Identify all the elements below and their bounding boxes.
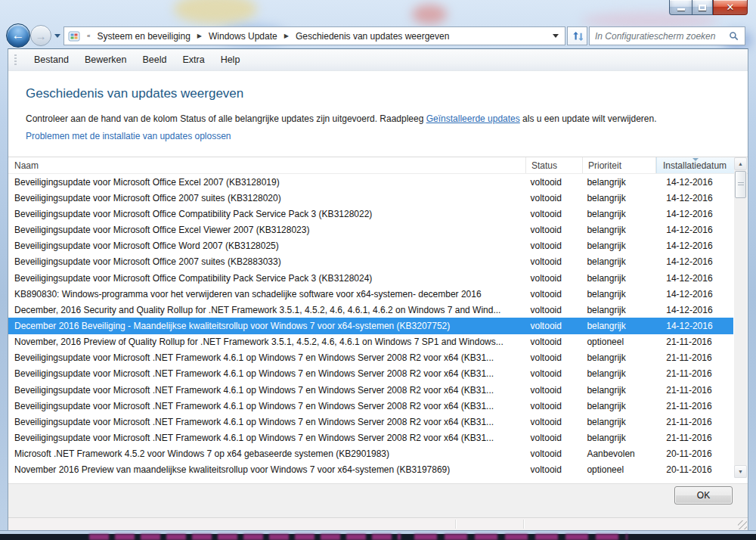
cell-date: 14-12-2016 [655,225,733,235]
table-row[interactable]: Beveiligingsupdate voor Microsoft Office… [8,206,733,222]
menu-item[interactable]: Extra [175,51,212,69]
cell-priority: belangrijk [581,193,655,203]
table-row[interactable]: Beveiligingsupdate voor Microsoft .NET F… [8,382,733,398]
cell-name: Beveiligingsupdate voor Microsoft Office… [8,273,525,284]
cell-priority: belangrijk [581,401,655,411]
minimize-icon [677,8,685,11]
menubar: Bestand Bewerken Beeld Extra Help [8,49,748,71]
update-history-table: Naam Status Prioriteit Installatiedatum … [8,157,748,477]
cell-name: Beveiligingsupdate voor Microsoft .NET F… [8,417,525,427]
cell-name: November 2016 Preview van maandelijkse k… [8,464,525,475]
cell-priority: belangrijk [581,321,655,331]
scroll-up-button[interactable]: ▲ [734,157,747,170]
recent-pages-dropdown-icon[interactable] [54,34,60,38]
menu-item[interactable]: Bestand [26,51,77,69]
table-row[interactable]: Beveiligingsupdate voor Microsoft .NET F… [8,366,733,382]
scroll-up-icon: ▲ [738,161,743,166]
control-panel-icon[interactable] [68,30,80,42]
cell-date: 14-12-2016 [655,241,733,251]
column-header-naam[interactable]: Naam [8,157,526,173]
cell-status: voltooid [525,289,582,299]
cell-priority: belangrijk [581,433,655,443]
menu-item[interactable]: Bewerken [77,51,135,69]
menu-item[interactable]: Help [213,51,249,69]
intro-after: als u een update wilt verwijderen. [520,113,657,124]
cell-date: 14-12-2016 [655,193,733,203]
table-row[interactable]: Beveiligingsupdate voor Microsoft Office… [8,254,733,270]
statusbar-divider [523,520,524,529]
table-row[interactable]: Beveiligingsupdate voor Microsoft .NET F… [8,350,733,366]
menu-item[interactable]: Beeld [135,51,175,69]
troubleshoot-updates-link[interactable]: Problemen met de installatie van updates… [26,131,231,141]
table-row[interactable]: Beveiligingsupdate voor Microsoft Office… [8,238,733,254]
table-row[interactable]: November, 2016 Preview of Quality Rollup… [8,334,733,350]
breadcrumb-address-bar[interactable]: « Systeem en beveiliging ▶ Windows Updat… [64,26,565,45]
cell-status: voltooid [525,256,582,267]
table-row[interactable]: Microsoft .NET Framework 4.5.2 voor Wind… [8,446,733,462]
table-row[interactable]: Beveiligingsupdate voor Microsoft .NET F… [8,398,733,414]
installed-updates-link[interactable]: Geïnstalleerde updates [426,113,520,124]
minimize-button[interactable] [669,0,692,15]
cell-priority: belangrijk [581,352,655,363]
cell-date: 21-11-2016 [655,337,733,347]
search-icon[interactable] [729,31,739,42]
table-row[interactable]: December, 2016 Security and Quality Roll… [8,302,733,318]
cell-name: Beveiligingsupdate voor Microsoft Office… [8,241,525,251]
table-row[interactable]: Beveiligingsupdate voor Microsoft .NET F… [8,414,733,430]
table-row[interactable]: Beveiligingsupdate voor Microsoft Office… [8,222,733,237]
cell-status: voltooid [525,368,582,379]
maximize-button[interactable] [692,0,713,15]
table-body: Beveiligingsupdate voor Microsoft Office… [8,174,733,478]
cell-status: voltooid [525,193,582,203]
maximize-icon [699,5,706,11]
watermark-redacted [89,534,401,540]
previous-locations-dropdown-icon[interactable] [553,34,559,38]
refresh-button[interactable] [567,26,587,45]
breadcrumb: « Systeem en beveiliging ▶ Windows Updat… [85,29,450,43]
cell-priority: optioneel [581,337,655,347]
breadcrumb-item[interactable]: Windows Update [208,29,278,43]
cell-name: Beveiligingsupdate voor Microsoft Office… [8,256,525,267]
column-header-label: Installatiedatum [663,160,727,171]
cell-date: 14-12-2016 [655,209,733,219]
vertical-scrollbar[interactable]: ▲ ▼ [734,157,747,478]
menubar-grip[interactable] [14,54,17,65]
breadcrumb-separator-icon[interactable]: « [85,33,91,39]
scroll-down-button[interactable]: ▼ [734,465,747,478]
breadcrumb-separator-icon[interactable]: ▶ [283,33,290,39]
table-row[interactable]: KB890830: Windows-programma voor het ver… [8,286,733,302]
forward-button[interactable]: → [30,25,51,46]
column-header-installatiedatum[interactable]: Installatiedatum [656,157,735,173]
table-row[interactable]: Beveiligingsupdate voor Microsoft Office… [8,270,733,286]
intro-before: Controleer aan de hand van de kolom Stat… [26,113,426,124]
scroll-down-icon: ▼ [738,469,743,474]
resize-grip[interactable] [738,520,747,529]
ok-button[interactable]: OK [674,486,733,504]
column-header-prioriteit[interactable]: Prioriteit [583,157,656,173]
table-row[interactable]: Beveiligingsupdate voor Microsoft .NET F… [8,430,733,446]
cell-status: voltooid [525,417,582,427]
table-row[interactable]: December 2016 Beveiliging - Maandelijkse… [8,318,733,334]
breadcrumb-item[interactable]: Systeem en beveiliging [96,29,191,43]
table-row[interactable]: November 2016 Preview van maandelijkse k… [8,462,733,478]
cell-priority: belangrijk [581,241,655,251]
cell-name: Beveiligingsupdate voor Microsoft Office… [8,193,525,203]
cell-date: 21-11-2016 [655,368,733,379]
column-header-status[interactable]: Status [526,157,583,173]
cell-priority: belangrijk [581,368,655,379]
cell-date: 14-12-2016 [655,321,733,331]
cell-priority: belangrijk [581,256,655,267]
table-row[interactable]: Beveiligingsupdate voor Microsoft Office… [8,190,733,206]
breadcrumb-separator-icon[interactable]: ▶ [196,33,203,39]
cell-status: voltooid [525,464,582,475]
search-input[interactable]: In Configuratiescherm zoeken [589,26,745,45]
back-button[interactable]: ← [6,23,30,48]
close-button[interactable]: ✕ [713,0,748,15]
cell-name: Beveiligingsupdate voor Microsoft Office… [8,225,525,235]
scrollbar-thumb[interactable] [735,171,746,198]
cell-priority: optioneel [581,464,655,475]
breadcrumb-item[interactable]: Geschiedenis van updates weergeven [295,29,450,43]
cell-priority: belangrijk [581,273,655,284]
table-row[interactable]: Beveiligingsupdate voor Microsoft Office… [8,174,733,190]
glass-smudge [412,5,447,24]
